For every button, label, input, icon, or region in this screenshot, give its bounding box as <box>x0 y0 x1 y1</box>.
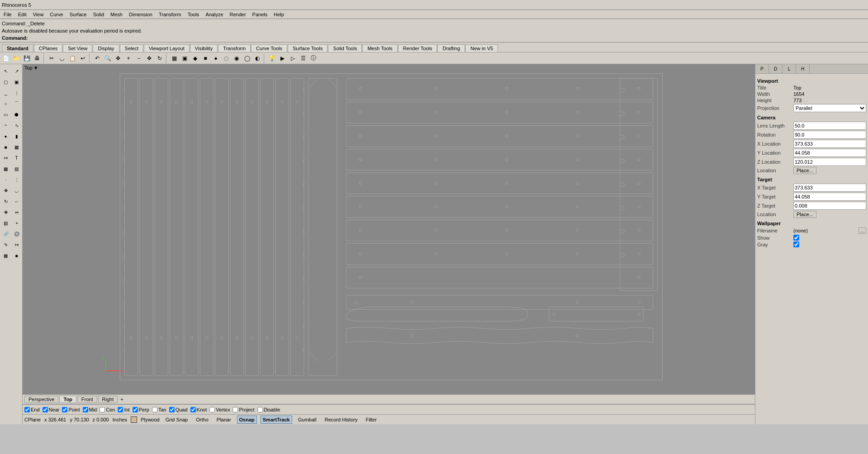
osnap-disable-checkbox[interactable] <box>257 407 263 412</box>
lt-surface[interactable]: ■ <box>1 142 11 152</box>
lt-array[interactable]: ▧ <box>1 218 11 228</box>
tb-render1[interactable]: ▶ <box>277 53 287 63</box>
osnap-end-checkbox[interactable] <box>24 407 30 412</box>
lt-extend[interactable]: ↦ <box>12 240 22 250</box>
tb-zoom-in[interactable]: + <box>123 53 133 63</box>
tb-grid[interactable]: ▦ <box>169 53 179 63</box>
lt-paint1[interactable]: ▦ <box>1 251 11 260</box>
tb-zoom-out[interactable]: − <box>134 53 144 63</box>
viewport-dropdown-icon[interactable]: ▼ <box>33 65 38 71</box>
tab-surfacetools[interactable]: Surface Tools <box>288 44 327 52</box>
tb-layers[interactable]: ☰ <box>298 53 308 63</box>
rp-location-btn[interactable]: Place... <box>793 167 816 174</box>
lt-select-cross[interactable]: ▣ <box>12 77 22 87</box>
osnap-project-checkbox[interactable] <box>232 407 238 412</box>
lt-conic[interactable]: ∿ <box>12 120 22 130</box>
rp-tab-display[interactable]: D <box>769 64 783 73</box>
grid-snap-btn[interactable]: Grid Snap <box>163 416 190 424</box>
tb-paste[interactable]: 📋 <box>67 53 77 63</box>
rp-tab-properties[interactable]: P <box>755 64 769 73</box>
lt-polygon[interactable]: ⬢ <box>12 109 22 119</box>
planar-btn[interactable]: Planar <box>214 416 233 424</box>
tab-perspective[interactable]: Perspective <box>24 396 58 403</box>
tb-open[interactable]: 📁 <box>11 53 21 63</box>
osnap-btn[interactable]: Osnap <box>237 416 257 424</box>
tb-light[interactable]: 💡 <box>267 53 277 63</box>
lt-paint2[interactable]: ■ <box>12 251 22 260</box>
tab-solidtools[interactable]: Solid Tools <box>328 44 362 52</box>
menu-curve[interactable]: Curve <box>47 11 66 18</box>
lt-polyline[interactable]: ⎰ <box>12 88 22 98</box>
tb-shade5[interactable]: ◐ <box>252 53 262 63</box>
lt-boolean[interactable]: ⚬ <box>12 218 22 228</box>
rp-gray-checkbox[interactable] <box>793 241 799 247</box>
menu-help[interactable]: Help <box>271 11 287 18</box>
record-history-btn[interactable]: Record History <box>323 416 360 424</box>
tb-cut[interactable]: ✂ <box>47 53 57 63</box>
menu-render[interactable]: Render <box>227 11 249 18</box>
menu-dimension[interactable]: Dimension <box>126 11 155 18</box>
tab-viewportlayout[interactable]: Viewport Layout <box>144 44 190 52</box>
tab-top[interactable]: Top <box>59 396 76 403</box>
rp-show-checkbox[interactable] <box>793 235 799 241</box>
rp-lens-input[interactable] <box>793 122 866 130</box>
tb-shade4[interactable]: ◯ <box>242 53 252 63</box>
viewport-area[interactable]: Top ▼ <box>23 64 755 394</box>
menu-view[interactable]: View <box>30 11 47 18</box>
tb-zoom-extents[interactable]: ✥ <box>113 53 123 63</box>
tb-save[interactable]: 💾 <box>22 53 32 63</box>
lt-select-window[interactable]: ▢ <box>1 77 11 87</box>
tab-meshtools[interactable]: Mesh Tools <box>362 44 397 52</box>
lt-text[interactable]: T <box>12 153 22 163</box>
add-viewport-btn[interactable]: + <box>119 396 125 402</box>
gumball-btn[interactable]: Gumball <box>296 416 319 424</box>
tab-right[interactable]: Right <box>98 396 118 403</box>
lt-circle[interactable]: ○ <box>1 99 11 109</box>
osnap-int-checkbox[interactable] <box>118 407 123 412</box>
lt-line[interactable]: ⎯ <box>1 88 11 98</box>
tab-cplanes[interactable]: CPlanes <box>34 44 63 52</box>
osnap-perp-checkbox[interactable] <box>133 407 138 412</box>
tb-render2[interactable]: ▷ <box>288 53 298 63</box>
rp-rotation-input[interactable] <box>793 131 866 139</box>
tab-standard[interactable]: Standard <box>2 44 33 52</box>
tab-drafting[interactable]: Drafting <box>437 44 465 52</box>
menu-transform[interactable]: Transform <box>156 11 184 18</box>
lt-select-sub[interactable]: ↗ <box>12 66 22 76</box>
tab-front[interactable]: Front <box>77 396 97 403</box>
tab-setview[interactable]: Set View <box>63 44 92 52</box>
tb-rotate[interactable]: ↻ <box>155 53 165 63</box>
tb-3d2[interactable]: ■ <box>200 53 210 63</box>
tb-undo[interactable]: ↩ <box>78 53 88 63</box>
osnap-knot-checkbox[interactable] <box>190 407 196 412</box>
tb-shade3[interactable]: ◉ <box>232 53 242 63</box>
lt-mesh[interactable]: ▩ <box>12 142 22 152</box>
lt-cylinder[interactable]: ▮ <box>12 131 22 141</box>
osnap-tan-checkbox[interactable] <box>152 407 157 412</box>
lt-join[interactable]: 🔗 <box>1 229 11 239</box>
tb-pan[interactable]: ✥ <box>144 53 154 63</box>
rp-xloc-input[interactable] <box>793 140 866 148</box>
tab-rendertools[interactable]: Render Tools <box>398 44 437 52</box>
lt-rect[interactable]: ▭ <box>1 109 11 119</box>
menu-panels[interactable]: Panels <box>250 11 270 18</box>
tab-transform[interactable]: Transform <box>218 44 251 52</box>
tab-newinv5[interactable]: New in V5 <box>465 44 498 52</box>
lt-move[interactable]: ✥ <box>1 185 11 195</box>
menu-mesh[interactable]: Mesh <box>108 11 125 18</box>
tab-visibility[interactable]: Visibility <box>190 44 218 52</box>
tb-3d1[interactable]: ◆ <box>190 53 200 63</box>
rp-zloc-input[interactable] <box>793 158 866 166</box>
lt-freeform[interactable]: ~ <box>1 120 11 130</box>
tb-copy[interactable]: ◡ <box>57 53 67 63</box>
osnap-point-checkbox[interactable] <box>62 407 67 412</box>
tab-display[interactable]: Display <box>93 44 119 52</box>
lt-mirror[interactable]: ↔ <box>12 196 22 206</box>
menu-analyze[interactable]: Analyze <box>203 11 226 18</box>
osnap-quad-checkbox[interactable] <box>169 407 175 412</box>
osnap-mid-checkbox[interactable] <box>83 407 88 412</box>
menu-edit[interactable]: Edit <box>15 11 29 18</box>
lt-arc[interactable]: ⌒ <box>12 99 22 109</box>
menu-tools[interactable]: Tools <box>185 11 202 18</box>
lt-rotate-obj[interactable]: ↻ <box>1 196 11 206</box>
